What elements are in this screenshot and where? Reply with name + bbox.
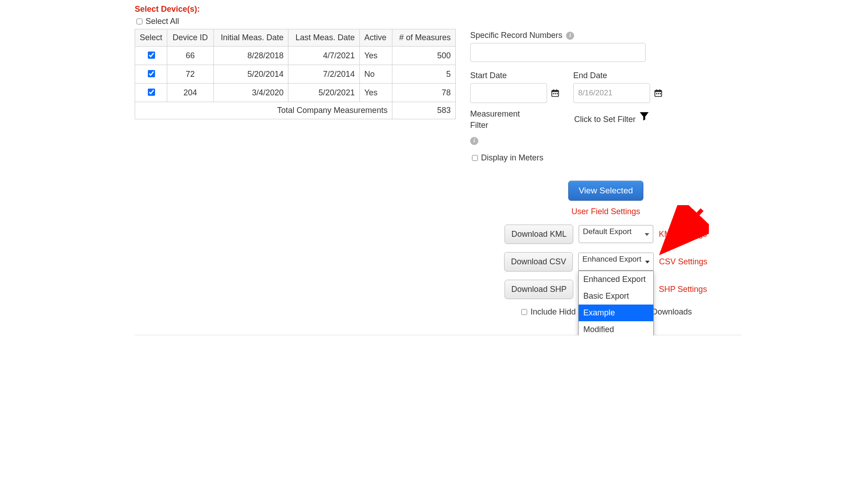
col-active: Active (359, 29, 392, 47)
click-set-filter-label: Click to Set Filter (574, 115, 636, 124)
cell-initial-date: 3/4/2020 (213, 84, 288, 102)
svg-rect-12 (658, 93, 659, 94)
svg-rect-9 (656, 89, 657, 91)
svg-rect-1 (552, 90, 559, 92)
row-select-checkbox[interactable] (148, 70, 155, 77)
csv-option-enhanced[interactable]: Enhanced Export (579, 271, 653, 288)
calendar-icon[interactable] (551, 89, 560, 98)
select-all-checkbox[interactable] (137, 19, 142, 24)
info-icon[interactable]: i (566, 32, 574, 40)
col-device-id: Device ID (167, 29, 214, 47)
csv-settings-link[interactable]: CSV Settings (659, 257, 708, 267)
svg-rect-6 (557, 93, 558, 94)
end-date-input[interactable] (573, 83, 650, 103)
csv-option-example[interactable]: Example (579, 305, 653, 321)
cell-device-id: 72 (167, 65, 214, 84)
row-select-checkbox[interactable] (148, 89, 155, 96)
csv-export-dropdown: Enhanced Export Basic Export Example Mod… (578, 271, 653, 335)
cell-device-id: 66 (167, 47, 214, 65)
cell-measures: 78 (392, 84, 456, 102)
table-footer-row: Total Company Measurements 583 (135, 102, 456, 119)
cell-active: No (359, 65, 392, 84)
kml-settings-link[interactable]: KML Settings (659, 230, 707, 239)
cell-active: Yes (359, 84, 392, 102)
shp-settings-link[interactable]: SHP Settings (659, 285, 707, 294)
start-date-input[interactable] (470, 83, 547, 103)
measurement-filter-label-2: Filter (470, 121, 488, 130)
specific-record-label: Specific Record Numbers (470, 31, 562, 40)
table-row: 66 8/28/2018 4/7/2021 Yes 500 (135, 47, 456, 65)
svg-rect-5 (555, 93, 556, 94)
table-row: 72 5/20/2014 7/2/2014 No 5 (135, 65, 456, 84)
svg-rect-3 (557, 89, 557, 91)
user-field-settings-link[interactable]: User Field Settings (571, 207, 640, 216)
calendar-icon[interactable] (654, 89, 663, 98)
col-measures: # of Measures (392, 29, 456, 47)
include-hidden-label-pre: Include Hidd (530, 307, 576, 317)
measurement-filter-label-1: Measurement (470, 109, 520, 118)
svg-rect-10 (660, 89, 660, 91)
footer-value: 583 (392, 102, 456, 119)
cell-initial-date: 8/28/2018 (213, 47, 288, 65)
svg-rect-4 (553, 93, 554, 94)
svg-rect-2 (553, 89, 554, 91)
devices-table: Select Device ID Initial Meas. Date Last… (135, 29, 456, 119)
footer-label: Total Company Measurements (135, 102, 392, 119)
svg-rect-11 (656, 93, 657, 94)
col-initial-date: Initial Meas. Date (213, 29, 288, 47)
display-meters-label: Display in Meters (481, 153, 543, 163)
table-row: 204 3/4/2020 5/20/2021 Yes 78 (135, 84, 456, 102)
cell-last-date: 4/7/2021 (288, 47, 359, 65)
include-hidden-checkbox[interactable] (521, 309, 527, 315)
specific-record-input[interactable] (470, 43, 646, 62)
svg-rect-13 (660, 93, 661, 94)
svg-rect-8 (655, 90, 662, 92)
col-last-date: Last Meas. Date (288, 29, 359, 47)
download-shp-button[interactable]: Download SHP (505, 280, 573, 299)
download-kml-button[interactable]: Download KML (505, 225, 573, 244)
select-devices-heading: Select Device(s): (135, 5, 456, 14)
cell-last-date: 5/20/2021 (288, 84, 359, 102)
row-select-checkbox[interactable] (148, 52, 155, 59)
table-header-row: Select Device ID Initial Meas. Date Last… (135, 29, 456, 47)
download-csv-button[interactable]: Download CSV (504, 252, 573, 272)
csv-export-select[interactable]: Enhanced Export (578, 253, 653, 271)
csv-option-modified[interactable]: Modified (579, 321, 653, 335)
select-all-label: Select All (146, 17, 179, 26)
csv-option-basic[interactable]: Basic Export (579, 288, 653, 305)
cell-device-id: 204 (167, 84, 214, 102)
kml-export-select[interactable]: Default Export (579, 225, 653, 243)
start-date-label: Start Date (470, 71, 560, 80)
cell-initial-date: 5/20/2014 (213, 65, 288, 84)
cell-last-date: 7/2/2014 (288, 65, 359, 84)
cell-active: Yes (359, 47, 392, 65)
col-select: Select (135, 29, 167, 47)
info-icon[interactable]: i (470, 137, 478, 145)
funnel-icon[interactable] (638, 110, 651, 122)
cell-measures: 500 (392, 47, 456, 65)
cell-measures: 5 (392, 65, 456, 84)
display-meters-checkbox[interactable] (472, 155, 478, 161)
view-selected-button[interactable]: View Selected (568, 181, 643, 201)
end-date-label: End Date (573, 71, 663, 80)
include-hidden-label-post: Downloads (652, 307, 692, 317)
